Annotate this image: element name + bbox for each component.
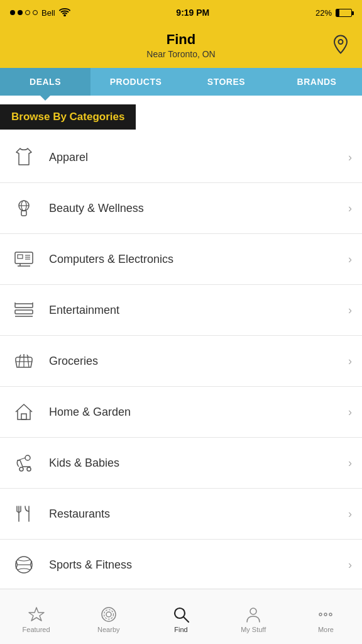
tab-stores[interactable]: STORES [181, 68, 272, 96]
svg-point-1 [339, 40, 343, 44]
svg-line-41 [184, 617, 189, 622]
tab-products[interactable]: PRODUCTS [90, 68, 181, 96]
dot-1 [10, 10, 15, 15]
nav-featured[interactable]: Featured [0, 601, 72, 633]
nav-featured-label: Featured [23, 626, 50, 633]
section-header-text: Browse By Categories [11, 111, 124, 123]
apparel-label: Apparel [49, 151, 348, 164]
nav-more[interactable]: More [290, 601, 362, 633]
beauty-icon [10, 194, 38, 222]
svg-point-38 [106, 612, 111, 617]
location-icon[interactable] [332, 35, 349, 59]
nav-find-label: Find [174, 626, 187, 633]
dot-2 [18, 10, 23, 15]
svg-line-18 [19, 357, 20, 367]
svg-rect-5 [21, 211, 26, 216]
dot-3 [25, 10, 30, 15]
svg-rect-13 [15, 304, 33, 308]
restaurants-icon [10, 500, 38, 528]
list-item[interactable]: Entertainment › [0, 285, 362, 336]
svg-point-28 [27, 467, 31, 471]
bottom-nav: Featured Nearby Find My Stuff More [0, 589, 362, 644]
nav-nearby-label: Nearby [97, 626, 119, 633]
sports-label: Sports & Fitness [49, 558, 348, 572]
status-bar: Bell 9:19 PM 22% [0, 0, 362, 25]
battery-fill [336, 9, 339, 16]
list-item[interactable]: Home & Garden › [0, 387, 362, 438]
svg-point-42 [250, 608, 256, 614]
list-item[interactable]: Groceries › [0, 336, 362, 387]
chevron-icon: › [348, 558, 352, 572]
nav-mystuff[interactable]: My Stuff [217, 601, 290, 633]
header-title: Find [10, 31, 352, 48]
section-header: Browse By Categories [0, 96, 362, 132]
tab-deals[interactable]: DEALS [0, 68, 90, 96]
chevron-icon: › [348, 202, 352, 215]
status-time: 9:19 PM [176, 8, 209, 18]
category-list: Apparel › Beauty & Wellness › [0, 132, 362, 591]
list-item[interactable]: Sports & Fitness › [0, 540, 362, 591]
electronics-icon [10, 245, 38, 273]
list-item[interactable]: Kids & Babies › [0, 438, 362, 489]
star-icon [28, 606, 45, 623]
svg-point-0 [64, 14, 65, 16]
nav-more-label: More [318, 626, 334, 633]
nav-find[interactable]: Find [145, 601, 217, 633]
svg-line-20 [28, 357, 29, 367]
home-icon [10, 398, 38, 426]
groceries-icon [10, 347, 38, 375]
search-icon [172, 606, 190, 623]
battery-icon [336, 9, 352, 17]
nearby-icon [100, 606, 118, 623]
signal-dots [10, 10, 38, 15]
beauty-label: Beauty & Wellness [49, 202, 348, 215]
chevron-icon: › [348, 355, 352, 368]
person-icon [244, 606, 262, 623]
restaurants-label: Restaurants [49, 508, 348, 521]
chevron-icon: › [348, 406, 352, 419]
status-left: Bell [10, 8, 70, 18]
chevron-icon: › [348, 304, 352, 317]
list-item[interactable]: Computers & Electronics › [0, 234, 362, 285]
chevron-icon: › [348, 508, 352, 521]
sports-icon [10, 551, 38, 579]
carrier-label: Bell [41, 8, 55, 18]
home-label: Home & Garden [49, 406, 348, 419]
apparel-icon [10, 143, 38, 171]
battery-percent: 22% [315, 8, 332, 18]
entertainment-label: Entertainment [49, 304, 348, 317]
kids-label: Kids & Babies [49, 457, 348, 470]
tab-brands[interactable]: BRANDS [272, 68, 362, 96]
list-item[interactable]: Restaurants › [0, 489, 362, 540]
status-right: 22% [315, 8, 352, 18]
list-item[interactable]: Apparel › [0, 132, 362, 183]
list-item[interactable]: Beauty & Wellness › [0, 183, 362, 234]
chevron-icon: › [348, 151, 352, 164]
svg-rect-7 [18, 255, 23, 258]
svg-rect-25 [21, 414, 26, 419]
svg-marker-36 [29, 608, 44, 621]
nav-mystuff-label: My Stuff [241, 626, 266, 633]
more-icon [317, 606, 334, 623]
electronics-label: Computers & Electronics [49, 253, 348, 266]
svg-point-43 [319, 613, 322, 616]
entertainment-icon [10, 296, 38, 324]
svg-point-39 [104, 609, 113, 619]
svg-point-45 [329, 613, 332, 616]
svg-point-44 [324, 613, 327, 616]
kids-icon [10, 449, 38, 477]
svg-point-26 [25, 455, 30, 460]
chevron-icon: › [348, 253, 352, 266]
chevron-icon: › [348, 457, 352, 470]
nav-nearby[interactable]: Nearby [72, 601, 145, 633]
svg-rect-14 [15, 310, 33, 314]
groceries-label: Groceries [49, 355, 348, 368]
wifi-icon [59, 8, 70, 18]
svg-line-29 [18, 458, 25, 460]
tabs-bar: DEALS PRODUCTS STORES BRANDS [0, 68, 362, 96]
header: Find Near Toronto, ON [0, 25, 362, 68]
svg-point-27 [19, 467, 23, 471]
header-subtitle: Near Toronto, ON [10, 49, 352, 59]
dot-4 [33, 10, 38, 15]
